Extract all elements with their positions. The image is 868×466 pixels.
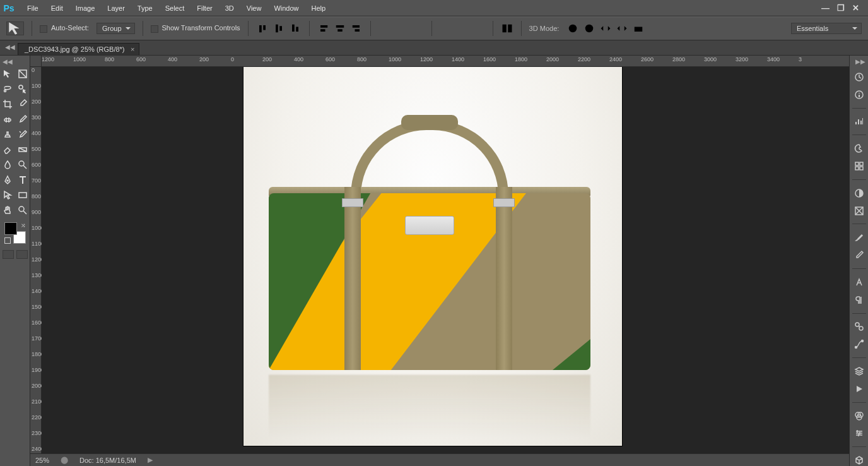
- canvas-viewport[interactable]: [42, 67, 849, 453]
- adjustments-panel-icon[interactable]: [853, 188, 865, 199]
- show-transform-checkbox[interactable]: Show Transform Controls: [151, 24, 240, 32]
- menu-filter[interactable]: Filter: [191, 0, 218, 16]
- status-zoom[interactable]: 25%: [35, 457, 49, 464]
- eyedropper-tool[interactable]: [16, 97, 30, 111]
- auto-select-dropdown[interactable]: Group: [97, 23, 135, 34]
- 3d-panel-icon[interactable]: [853, 455, 865, 466]
- lasso-tool[interactable]: [1, 82, 15, 96]
- auto-select-checkbox[interactable]: Auto-Select:: [40, 24, 89, 32]
- paths-panel-icon[interactable]: [853, 338, 865, 350]
- 3d-roll-icon[interactable]: [583, 22, 595, 35]
- status-docsize[interactable]: Doc: 16,5M/16,5M: [79, 457, 136, 464]
- history-panel-icon[interactable]: [853, 71, 865, 83]
- styles-panel-icon[interactable]: [853, 205, 865, 217]
- 3d-pan-icon[interactable]: [599, 22, 612, 35]
- close-tab-icon[interactable]: ×: [131, 45, 134, 53]
- gradient-tool[interactable]: [16, 143, 30, 157]
- align-hcenter-icon[interactable]: [334, 22, 346, 35]
- ruler-origin[interactable]: [30, 56, 42, 67]
- eraser-tool[interactable]: [1, 143, 15, 157]
- menu-help[interactable]: Help: [306, 0, 332, 16]
- histogram-panel-icon[interactable]: [853, 116, 865, 128]
- artboard-tool[interactable]: [16, 67, 30, 81]
- info-panel-icon[interactable]: [853, 89, 865, 100]
- quickmask-toggle[interactable]: [3, 250, 14, 259]
- menu-edit[interactable]: Edit: [45, 0, 69, 16]
- hand-tool[interactable]: [1, 203, 15, 217]
- menu-view[interactable]: View: [241, 0, 267, 16]
- ruler-v-tick: 300: [32, 114, 41, 121]
- align-top-icon[interactable]: [256, 22, 269, 35]
- brushes-panel-icon[interactable]: [853, 232, 865, 243]
- ruler-vertical[interactable]: 0100200300400500600700800900100011001200…: [30, 67, 42, 453]
- menu-layer[interactable]: Layer: [102, 0, 131, 16]
- align-bottom-icon[interactable]: [289, 22, 302, 35]
- align-right-icon[interactable]: [350, 22, 363, 35]
- layers-panel-icon[interactable]: [853, 366, 865, 377]
- 3d-orbit-icon[interactable]: [566, 22, 579, 35]
- align-left-icon[interactable]: [317, 22, 330, 35]
- status-flyout-icon[interactable]: ▶: [148, 456, 153, 464]
- pen-tool[interactable]: [1, 173, 15, 187]
- swap-colors-icon[interactable]: ⤭: [21, 222, 26, 229]
- distribute-right-icon[interactable]: [472, 22, 485, 35]
- clone-stamp-tool[interactable]: [1, 128, 15, 141]
- blur-tool[interactable]: [1, 158, 15, 172]
- align-vcenter-icon[interactable]: [273, 22, 285, 35]
- distribute-vcenter-icon[interactable]: [395, 22, 408, 35]
- auto-align-icon[interactable]: [501, 22, 513, 35]
- actions-panel-icon[interactable]: [853, 383, 865, 395]
- document-tab[interactable]: _DSC3943.jpg @ 25% (RGB/8*) ×: [18, 43, 139, 55]
- maximize-button[interactable]: ❐: [837, 3, 845, 13]
- history-brush-tool[interactable]: [16, 128, 30, 141]
- distribute-bottom-icon[interactable]: [411, 22, 424, 35]
- swatches-panel-icon[interactable]: [853, 160, 865, 172]
- foreground-color-swatch[interactable]: [4, 222, 17, 235]
- clone-source-panel-icon[interactable]: [853, 321, 865, 332]
- brush-presets-panel-icon[interactable]: [853, 249, 865, 261]
- collapse-tools-icon[interactable]: ◀◀: [3, 58, 13, 66]
- character-panel-icon[interactable]: [853, 277, 865, 288]
- paragraph-panel-icon[interactable]: [853, 294, 865, 306]
- distribute-top-icon[interactable]: [378, 22, 391, 35]
- channels-panel-icon[interactable]: [853, 410, 865, 422]
- default-colors-icon[interactable]: [4, 237, 11, 244]
- distribute-hcenter-icon[interactable]: [456, 22, 469, 35]
- type-tool[interactable]: [16, 173, 30, 187]
- canvas[interactable]: [243, 67, 622, 446]
- ruler-horizontal[interactable]: 1200100080060040020002004006008001000120…: [30, 56, 849, 67]
- crop-tool[interactable]: [1, 97, 15, 111]
- distribute-left-icon[interactable]: [440, 22, 452, 35]
- 3d-slide-icon[interactable]: [616, 22, 628, 35]
- minimize-button[interactable]: —: [821, 3, 830, 13]
- color-swatches[interactable]: ⤭: [4, 222, 26, 244]
- close-button[interactable]: ✕: [852, 3, 859, 13]
- properties-panel-icon[interactable]: [853, 427, 865, 439]
- menu-window[interactable]: Window: [268, 0, 304, 16]
- menu-file[interactable]: File: [21, 0, 44, 16]
- menu-3d[interactable]: 3D: [220, 0, 240, 16]
- collapse-left-icon[interactable]: ◀◀: [5, 44, 14, 52]
- options-bar: Auto-Select: Group Show Transform Contro…: [0, 16, 868, 40]
- active-tool-indicator[interactable]: [6, 21, 24, 35]
- collapse-dock-icon[interactable]: ▶▶: [855, 58, 865, 65]
- menu-image[interactable]: Image: [70, 0, 101, 16]
- status-globe-icon[interactable]: ⬤: [61, 456, 68, 464]
- rectangle-tool[interactable]: [16, 188, 30, 202]
- menu-select[interactable]: Select: [160, 0, 191, 16]
- move-tool[interactable]: [1, 67, 15, 81]
- screenmode-toggle[interactable]: [16, 250, 28, 259]
- dodge-tool[interactable]: [16, 158, 30, 172]
- 3d-scale-icon[interactable]: [632, 22, 645, 35]
- svg-point-26: [861, 340, 863, 342]
- quick-select-tool[interactable]: [16, 82, 30, 96]
- menu-type[interactable]: Type: [132, 0, 158, 16]
- document-tabstrip: ◀◀ _DSC3943.jpg @ 25% (RGB/8*) ×: [0, 40, 868, 56]
- healing-brush-tool[interactable]: [1, 112, 15, 126]
- zoom-tool[interactable]: [16, 203, 30, 217]
- color-panel-icon[interactable]: [853, 143, 865, 154]
- workspace-dropdown[interactable]: Essentials: [791, 23, 862, 34]
- ruler-h-tick: 3200: [736, 56, 748, 63]
- brush-tool[interactable]: [16, 112, 30, 126]
- path-select-tool[interactable]: [1, 188, 15, 202]
